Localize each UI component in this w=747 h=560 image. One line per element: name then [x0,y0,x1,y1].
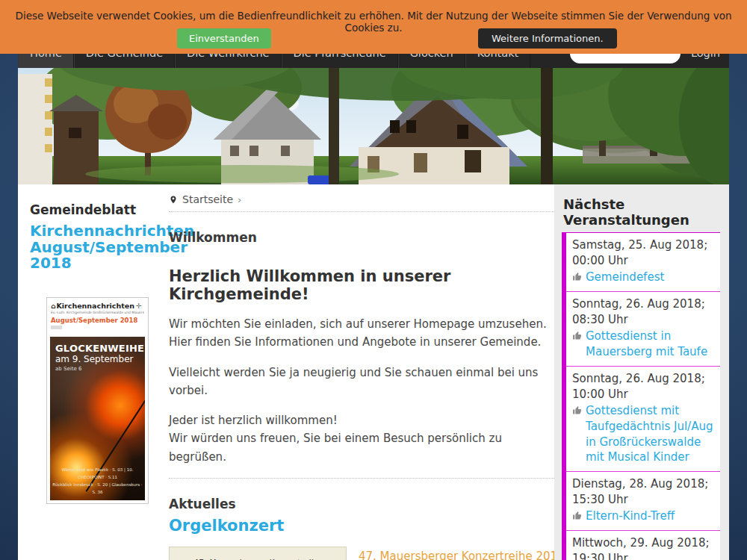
header-photo-art [18,68,729,184]
event-item: Dienstag, 28. Aug 2018; 15:30 Uhr Eltern… [566,472,720,531]
cookie-accept-button[interactable]: Einverstanden [177,28,271,49]
event-link[interactable]: Gemeindefest [572,270,714,285]
event-item: Mittwoch, 29. Aug 2018; 19:30 Uhr Nadel … [566,531,720,560]
breadcrumb-separator: › [238,194,241,205]
welcome-paragraph: Jeder ist herzlich willkommen! Wir würde… [169,411,554,466]
breadcrumb-home[interactable]: Startseite [182,193,233,205]
welcome-paragraph: Vielleicht werden Sie ja neugierig und S… [169,364,554,400]
event-date: Mittwoch, 29. Aug 2018; 19:30 Uhr [572,535,714,560]
events-list: Samstag, 25. Aug 2018; 00:00 Uhr Gemeind… [562,232,720,560]
event-item: Samstag, 25. Aug 2018; 00:00 Uhr Gemeind… [566,233,720,292]
thumb-up-icon [572,511,582,520]
divider [169,211,554,212]
cover-masthead-sub: Ev.-Luth. Kirchgemeinde Großrückerswalde… [51,311,144,314]
article-info: 47. Mauersberger Konzertreihe 2018 Sonnt… [359,547,554,560]
cover-photo-title: GLOCKENWEIHE [50,337,145,354]
thumb-up-icon [572,272,582,281]
event-link[interactable]: Eltern-Kind-Treff [572,508,714,524]
cover-photo: GLOCKENWEIHE am 9. September ab Seite 6 … [50,337,145,500]
header-photo [18,68,729,184]
newsletter-link[interactable]: Kirchennachrichten August/September 2018 [30,223,164,272]
event-link-label: Gottesdienst mit Taufgedächtnis Jul/Aug … [586,403,714,465]
cover-photo-subtitle: am 9. September [50,354,145,364]
location-pin-icon [169,194,178,205]
thumb-up-icon [572,331,582,340]
newsletter-cover[interactable]: ⌂Kirchennachrichten✛ Ev.-Luth. Kirchgeme… [46,297,149,504]
cookie-info-button[interactable]: Weitere Informationen. [478,28,617,49]
aktuelles-heading: Aktuelles [169,497,554,511]
welcome-paragraphs: Wir möchten Sie einladen, sich auf unser… [169,315,554,466]
event-link-label: Gemeindefest [586,270,664,285]
cover-footer-line2: Rückblick Innsbruck · S. 20 | Glaubensku… [50,482,145,497]
event-date: Dienstag, 28. Aug 2018; 15:30 Uhr [572,476,714,507]
welcome-paragraph: Wir möchten Sie einladen, sich auf unser… [169,315,554,352]
concert-poster[interactable]: 47. Mauersberger Konzertreihe Sonntag, 2… [169,547,347,560]
event-date: Sonntag, 26. Aug 2018; 08:30 Uhr [572,296,714,327]
thumb-up-icon [572,405,582,415]
page-title: Willkommen [169,230,554,245]
welcome-heading: Herzlich Willkommen in unserer Kirchgeme… [169,267,554,303]
cross-icon: ✛ [136,302,142,310]
event-item: Sonntag, 26. Aug 2018; 10:00 Uhr Gottesd… [566,367,720,472]
divider [169,478,554,479]
event-date: Sonntag, 26. Aug 2018; 10:00 Uhr [572,371,714,402]
article-row: 47. Mauersberger Konzertreihe Sonntag, 2… [169,547,554,560]
event-item: Sonntag, 26. Aug 2018; 08:30 Uhr Gottesd… [566,292,720,367]
cover-issue: August/September 2018 [51,317,144,324]
event-series-title: 47. Mauersberger Konzertreihe 2018 [359,550,554,560]
events-heading: Nächste Veranstaltungen [563,196,720,228]
cover-photo-note: ab Seite 6 [50,366,145,372]
event-link-label: Gottesdienst in Mauersberg mit Taufe [586,329,714,359]
cover-footer-line1: Wörter sind wie Plastik · S. 03 | 10. CH… [50,467,145,482]
gemeindeblatt-heading: Gemeindeblatt [30,202,157,217]
cover-masthead: ⌂Kirchennachrichten✛ Ev.-Luth. Kirchgeme… [47,298,148,329]
article-title-link[interactable]: Orgelkonzert [169,517,284,535]
content-area: Gemeindeblatt Kirchennachrichten August/… [18,184,729,560]
event-date: Samstag, 25. Aug 2018; 00:00 Uhr [572,237,714,268]
event-link-label: Eltern-Kind-Treff [586,508,675,524]
event-link[interactable]: Gottesdienst in Mauersberg mit Taufe [572,329,714,359]
cookie-message: Diese Webseite verwendet Cookies, um die… [0,10,747,34]
page-wrapper: Home Die Gemeinde Die Wehrkirche Die Pfa… [18,38,729,560]
cover-masthead-text: Kirchennachrichten [56,302,134,310]
left-sidebar: Gemeindeblatt Kirchennachrichten August/… [18,184,157,560]
cookie-banner: Diese Webseite verwendet Cookies, um die… [0,0,747,54]
event-link[interactable]: Gottesdienst mit Taufgedächtnis Jul/Aug … [572,403,714,465]
cover-tag [51,326,62,329]
church-icon: ⌂ [51,302,55,310]
cover-footer: Wörter sind wie Plastik · S. 03 | 10. CH… [50,467,145,497]
breadcrumb: Startseite › [169,193,554,205]
main-column: Startseite › Willkommen Herzlich Willkom… [157,184,554,560]
right-sidebar: Nächste Veranstaltungen Samstag, 25. Aug… [554,184,729,560]
